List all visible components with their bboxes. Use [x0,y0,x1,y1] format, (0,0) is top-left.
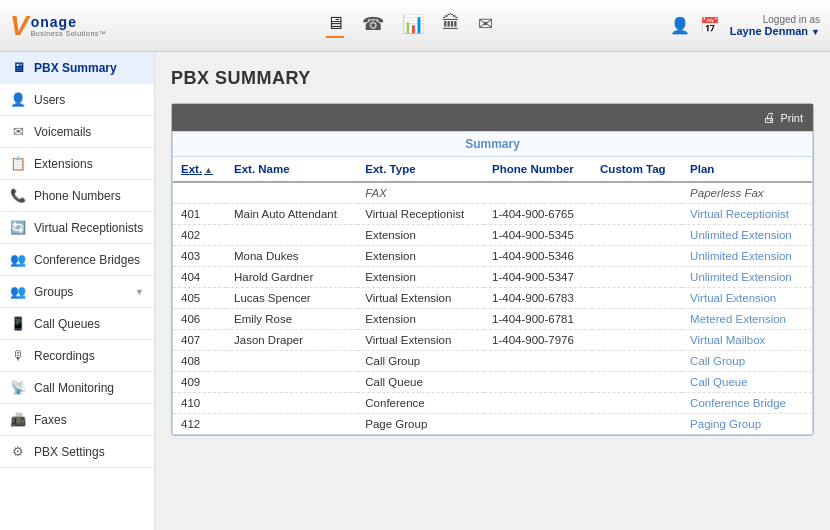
table-row: 404 Harold Gardner Extension 1-404-900-5… [173,267,812,288]
cell-ext: 405 [173,288,226,309]
briefcase-nav-icon[interactable]: ✉ [478,13,493,39]
cell-ext: 408 [173,351,226,372]
cell-tag [592,414,682,435]
logo-vonage: onage [31,14,107,30]
bank-nav-icon[interactable]: 🏛 [442,13,460,38]
user-dropdown-arrow: ▼ [811,27,820,37]
fax-tag-cell [592,182,682,204]
sort-arrow: ▲ [204,165,213,175]
logged-in-label: Logged in as [730,14,820,25]
cell-name [226,351,357,372]
cell-plan: Virtual Receptionist [682,204,812,225]
user-header-icon[interactable]: 👤 [670,16,690,35]
cell-type: Call Group [357,351,484,372]
sidebar-item-label: Extensions [34,157,93,171]
logged-in-section: Logged in as Layne Denman ▼ [730,14,820,37]
cell-tag [592,351,682,372]
sidebar-icon: 👤 [10,92,26,107]
col-phone-number[interactable]: Phone Number [484,157,592,182]
table-row: 408 Call Group Call Group [173,351,812,372]
nav-icons: 🖥 ☎ 📊 🏛 ✉ [150,13,670,39]
cell-tag [592,225,682,246]
sidebar-item-call-queues[interactable]: 📱Call Queues [0,308,154,340]
sidebar-arrow-icon: ▼ [135,287,144,297]
cell-plan: Unlimited Extension [682,225,812,246]
table-row: 409 Call Queue Call Queue [173,372,812,393]
sidebar-item-label: Users [34,93,65,107]
sidebar-icon: ⚙ [10,444,26,459]
col-ext-type[interactable]: Ext. Type [357,157,484,182]
col-plan[interactable]: Plan [682,157,812,182]
sidebar-icon: 👥 [10,284,26,299]
fax-label-cell [226,182,357,204]
table-header-row: Ext.▲ Ext. Name Ext. Type Phone Number C… [173,157,812,182]
cell-name: Jason Draper [226,330,357,351]
sidebar-item-users[interactable]: 👤Users [0,84,154,116]
print-button[interactable]: 🖨 Print [763,110,803,125]
sidebar-item-conference-bridges[interactable]: 👥Conference Bridges [0,244,154,276]
table-row: 406 Emily Rose Extension 1-404-900-6781 … [173,309,812,330]
cell-plan: Metered Extension [682,309,812,330]
cell-name: Harold Gardner [226,267,357,288]
sidebar-item-call-monitoring[interactable]: 📡Call Monitoring [0,372,154,404]
sidebar-item-pbx-settings[interactable]: ⚙PBX Settings [0,436,154,468]
cell-plan: Unlimited Extension [682,267,812,288]
col-custom-tag[interactable]: Custom Tag [592,157,682,182]
sidebar-item-virtual-receptionists[interactable]: 🔄Virtual Receptionists [0,212,154,244]
cell-ext: 404 [173,267,226,288]
table-head: Ext.▲ Ext. Name Ext. Type Phone Number C… [173,157,812,182]
cell-type: Conference [357,393,484,414]
cell-phone [484,351,592,372]
cell-type: Extension [357,309,484,330]
cell-phone: 1-404-900-6781 [484,309,592,330]
cell-ext: 401 [173,204,226,225]
calendar-header-icon[interactable]: 📅 [700,16,720,35]
table-row: 401 Main Auto Attendant Virtual Receptio… [173,204,812,225]
sidebar-item-faxes[interactable]: 📠Faxes [0,404,154,436]
logo: V onage Business Solutions™ [10,10,150,42]
fax-plan-cell: Paperless Fax [682,182,812,204]
cell-type: Extension [357,225,484,246]
sidebar-item-extensions[interactable]: 📋Extensions [0,148,154,180]
cell-phone [484,393,592,414]
summary-table: Ext.▲ Ext. Name Ext. Type Phone Number C… [173,157,812,434]
cell-phone: 1-404-900-6783 [484,288,592,309]
cell-phone [484,414,592,435]
table-row: 405 Lucas Spencer Virtual Extension 1-40… [173,288,812,309]
sidebar-icon: 📋 [10,156,26,171]
cell-tag [592,288,682,309]
cell-type: Virtual Extension [357,330,484,351]
sidebar-icon: 👥 [10,252,26,267]
cell-plan: Conference Bridge [682,393,812,414]
cell-type: Extension [357,267,484,288]
fax-row: FAX Paperless Fax [173,182,812,204]
sidebar-item-voicemails[interactable]: ✉Voicemails [0,116,154,148]
sidebar-item-recordings[interactable]: 🎙Recordings [0,340,154,372]
monitor-nav-icon[interactable]: 🖥 [326,13,344,38]
sidebar-item-label: Voicemails [34,125,91,139]
col-ext[interactable]: Ext.▲ [173,157,226,182]
sidebar-item-groups[interactable]: 👥Groups▼ [0,276,154,308]
table-header-bar: 🖨 Print [172,104,813,131]
cell-name: Lucas Spencer [226,288,357,309]
cell-name [226,372,357,393]
table-row: 412 Page Group Paging Group [173,414,812,435]
cell-plan: Virtual Extension [682,288,812,309]
cell-name: Emily Rose [226,309,357,330]
cell-ext: 407 [173,330,226,351]
cell-ext: 409 [173,372,226,393]
phone-nav-icon[interactable]: ☎ [362,13,384,39]
sidebar-icon: 🎙 [10,348,26,363]
page-title: PBX SUMMARY [171,68,814,89]
logged-in-user[interactable]: Layne Denman ▼ [730,25,820,37]
sidebar-item-pbx-summary[interactable]: 🖥PBX Summary [0,52,154,84]
chart-nav-icon[interactable]: 📊 [402,13,424,39]
summary-label: Summary [173,132,812,157]
table-row: 402 Extension 1-404-900-5345 Unlimited E… [173,225,812,246]
sidebar-item-label: Virtual Receptionists [34,221,143,235]
cell-type: Virtual Extension [357,288,484,309]
cell-phone: 1-404-900-5346 [484,246,592,267]
col-ext-name[interactable]: Ext. Name [226,157,357,182]
sidebar-item-phone-numbers[interactable]: 📞Phone Numbers [0,180,154,212]
cell-plan: Unlimited Extension [682,246,812,267]
